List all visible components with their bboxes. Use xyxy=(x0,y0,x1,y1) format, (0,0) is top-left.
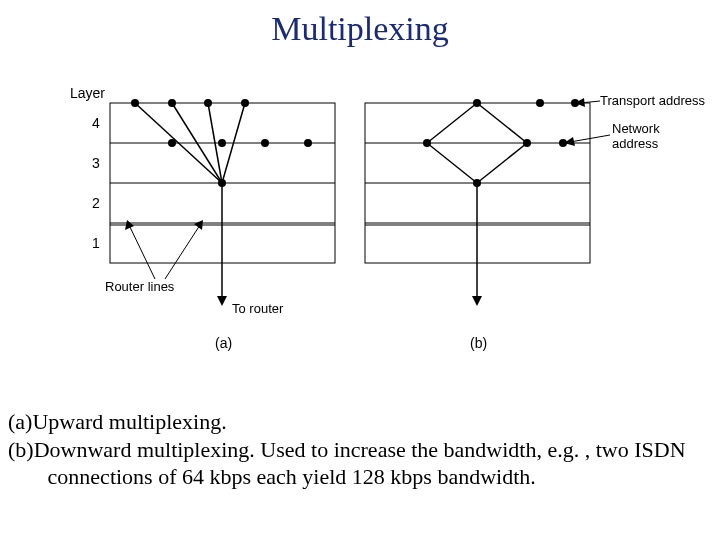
router-lines-label: Router lines xyxy=(105,279,175,294)
sublabel-a: (a) xyxy=(215,335,232,351)
svg-line-38 xyxy=(427,143,477,183)
network-address-label-2: address xyxy=(612,136,659,151)
transport-address-label: Transport address xyxy=(600,93,706,108)
svg-marker-23 xyxy=(194,220,203,230)
svg-marker-41 xyxy=(472,296,482,306)
svg-line-37 xyxy=(477,103,527,143)
page-title: Multiplexing xyxy=(0,10,720,48)
sublabel-b: (b) xyxy=(470,335,487,351)
figure-multiplexing: Layer 4 3 2 1 Router lines To router xyxy=(0,73,720,393)
svg-point-34 xyxy=(536,99,544,107)
svg-marker-19 xyxy=(217,296,227,306)
layer-1: 1 xyxy=(92,235,100,251)
diagram-a: Layer 4 3 2 1 Router lines To router xyxy=(70,85,335,351)
svg-line-36 xyxy=(427,103,477,143)
caption-line-b: (b)Downward multiplexing. Used to increa… xyxy=(8,436,712,491)
to-router-label: To router xyxy=(232,301,284,316)
layer-4: 4 xyxy=(92,115,100,131)
diagram-b: Transport address Network address (b) xyxy=(365,93,706,351)
svg-point-10 xyxy=(218,139,226,147)
svg-point-12 xyxy=(304,139,312,147)
network-address-label-1: Network xyxy=(612,121,660,136)
svg-line-39 xyxy=(477,143,527,183)
caption-line-a: (a)Upward multiplexing. xyxy=(8,408,712,436)
layer-3: 3 xyxy=(92,155,100,171)
svg-line-22 xyxy=(165,225,200,279)
svg-point-11 xyxy=(261,139,269,147)
layer-2: 2 xyxy=(92,195,100,211)
svg-line-20 xyxy=(129,225,155,279)
layer-heading: Layer xyxy=(70,85,105,101)
caption: (a)Upward multiplexing. (b)Downward mult… xyxy=(8,408,712,491)
svg-marker-21 xyxy=(125,220,134,230)
